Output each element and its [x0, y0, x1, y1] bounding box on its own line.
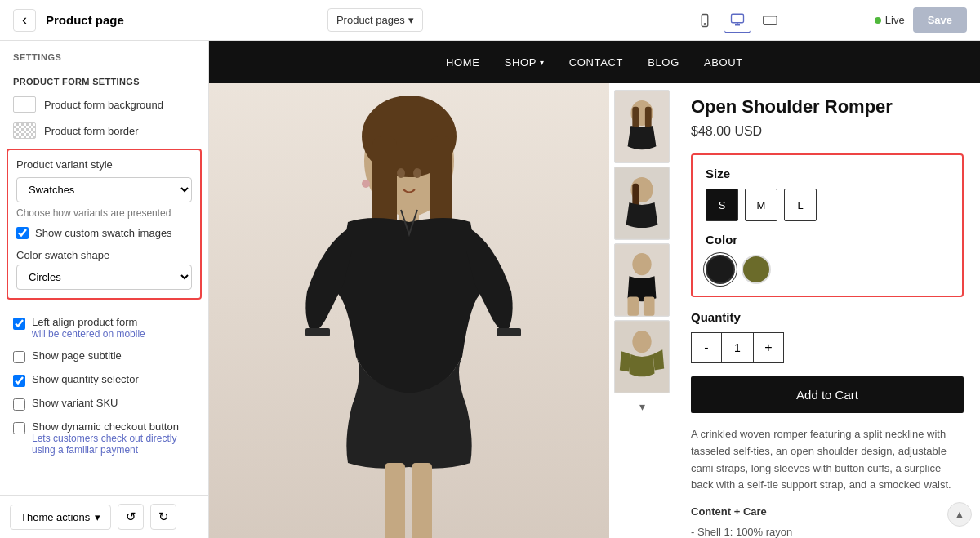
thumbnail-1[interactable] — [614, 90, 670, 163]
thumb-svg-2 — [615, 167, 669, 240]
main-product-image — [209, 83, 609, 538]
product-form-section-title: PRODUCT FORM SETTINGS — [0, 69, 208, 91]
show-dynamic-label: Show dynamic checkout button — [32, 420, 195, 433]
svg-rect-12 — [497, 328, 521, 336]
thumb-scroll-down[interactable]: ▾ — [614, 397, 670, 416]
svg-point-17 — [362, 180, 370, 188]
color-label: Color — [706, 233, 949, 247]
live-indicator: Live — [875, 14, 905, 26]
svg-rect-28 — [644, 296, 655, 315]
scroll-top-icon: ▲ — [954, 508, 965, 521]
product-form-border-swatch[interactable] — [13, 122, 36, 139]
content-area: SETTINGS PRODUCT FORM SETTINGS Product f… — [0, 41, 980, 538]
size-btn-l[interactable]: L — [784, 189, 817, 221]
show-sku-checkbox[interactable] — [13, 398, 25, 411]
top-right-actions: Live Save — [875, 7, 967, 33]
settings-label: SETTINGS — [0, 41, 208, 69]
show-qty-label: Show quantity selector — [32, 373, 139, 385]
chevron-down-icon: ▾ — [408, 14, 414, 26]
show-subtitle-checkbox[interactable] — [13, 351, 25, 363]
content-care-title: Content + Care — [691, 505, 964, 518]
left-align-checkbox[interactable] — [13, 318, 25, 330]
product-price: $48.00 USD — [691, 124, 964, 139]
redo-button[interactable]: ↻ — [150, 504, 176, 530]
thumbnail-3[interactable] — [614, 243, 670, 317]
show-subtitle-row: Show page subtitle — [13, 345, 195, 368]
variant-style-section: Product variant style Swatches Choose ho… — [7, 149, 202, 300]
svg-rect-3 — [764, 16, 777, 24]
theme-actions-chevron-icon: ▾ — [95, 511, 100, 523]
svg-point-1 — [705, 23, 706, 24]
product-form-border-label: Product form border — [44, 125, 139, 137]
content-care-list: - Shell 1: 100% rayon - Shell 2: 100% co… — [691, 522, 964, 538]
wide-device-button[interactable] — [757, 7, 783, 33]
nav-item-home[interactable]: HOME — [446, 56, 480, 69]
product-name: Open Shoulder Romper — [691, 96, 964, 118]
theme-actions-button[interactable]: Theme actions ▾ — [10, 505, 111, 530]
size-btn-m[interactable]: M — [745, 189, 777, 221]
show-subtitle-label: Show page subtitle — [32, 349, 122, 362]
color-olive[interactable] — [742, 255, 771, 284]
nav-item-about[interactable]: ABOUT — [704, 56, 743, 69]
left-align-row: Left align product form will be centered… — [13, 311, 195, 345]
variant-style-select[interactable]: Swatches — [16, 177, 192, 202]
color-black[interactable] — [706, 255, 735, 284]
variant-box: Size S M L Color — [691, 153, 964, 297]
qty-plus-button[interactable]: + — [754, 333, 783, 362]
mobile-device-button[interactable] — [692, 7, 718, 33]
show-sku-row: Show variant SKU — [13, 392, 195, 416]
undo-icon: ↺ — [126, 509, 136, 524]
product-details: Open Shoulder Romper $48.00 USD Size S M… — [675, 83, 980, 538]
back-button[interactable]: ‹ — [13, 9, 36, 32]
sidebar-bottom: Theme actions ▾ ↺ ↻ — [0, 495, 208, 538]
thumbnail-column: ▾ — [609, 83, 675, 538]
qty-value: 1 — [721, 333, 754, 362]
left-align-sublabel: will be centered on mobile — [32, 328, 145, 340]
show-custom-swatch-label: Show custom swatch images — [35, 227, 172, 239]
live-dot — [875, 17, 881, 24]
show-dynamic-row: Show dynamic checkout button Lets custom… — [13, 416, 195, 460]
show-qty-checkbox[interactable] — [13, 375, 25, 387]
back-icon: ‹ — [22, 11, 27, 29]
svg-rect-24 — [632, 184, 639, 207]
size-options: S M L — [706, 189, 949, 221]
show-dynamic-checkbox[interactable] — [13, 422, 25, 434]
nav-item-contact[interactable]: CONTACT — [569, 56, 623, 69]
svg-point-16 — [413, 168, 421, 178]
save-button[interactable]: Save — [913, 7, 967, 33]
variant-style-title: Product variant style — [16, 158, 192, 171]
other-settings: Left align product form will be centered… — [0, 305, 208, 467]
product-layout: ▾ Open Shoulder Romper $48.00 USD Size S… — [209, 83, 980, 538]
svg-point-30 — [632, 331, 651, 353]
product-form-bg-row: Product form background — [0, 91, 208, 118]
page-selector[interactable]: Product pages ▾ — [327, 8, 423, 32]
show-custom-swatch-checkbox[interactable] — [16, 227, 29, 239]
thumbnail-4[interactable] — [614, 320, 670, 393]
size-btn-s[interactable]: S — [706, 189, 738, 221]
left-align-label: Left align product form — [32, 316, 145, 328]
thumb-svg-3 — [615, 243, 669, 317]
qty-label: Quantity — [691, 310, 964, 324]
color-swatch-shape-select[interactable]: Circles — [16, 265, 192, 290]
size-label: Size — [706, 167, 949, 180]
preview-area: HOME SHOP ▾ CONTACT BLOG ABOUT — [209, 41, 980, 538]
thumb-svg-4 — [615, 320, 669, 393]
undo-button[interactable]: ↺ — [118, 504, 144, 530]
color-options — [706, 255, 949, 284]
thumb-svg-1 — [615, 90, 669, 163]
qty-minus-button[interactable]: - — [692, 333, 721, 362]
svg-rect-21 — [645, 107, 652, 129]
show-qty-row: Show quantity selector — [13, 368, 195, 392]
sidebar: SETTINGS PRODUCT FORM SETTINGS Product f… — [0, 41, 209, 538]
add-to-cart-button[interactable]: Add to Cart — [691, 376, 964, 413]
nav-item-shop[interactable]: SHOP ▾ — [505, 56, 545, 69]
desktop-device-button[interactable] — [724, 7, 751, 33]
store-nav: HOME SHOP ▾ CONTACT BLOG ABOUT — [209, 41, 980, 83]
scroll-to-top-button[interactable]: ▲ — [947, 502, 972, 527]
product-form-bg-swatch[interactable] — [13, 96, 36, 113]
thumbnail-2[interactable] — [614, 167, 670, 240]
show-custom-swatch-row: Show custom swatch images — [16, 224, 192, 242]
shop-chevron-icon: ▾ — [540, 58, 545, 67]
nav-item-blog[interactable]: BLOG — [648, 56, 679, 69]
product-form-border-row: Product form border — [0, 118, 208, 144]
